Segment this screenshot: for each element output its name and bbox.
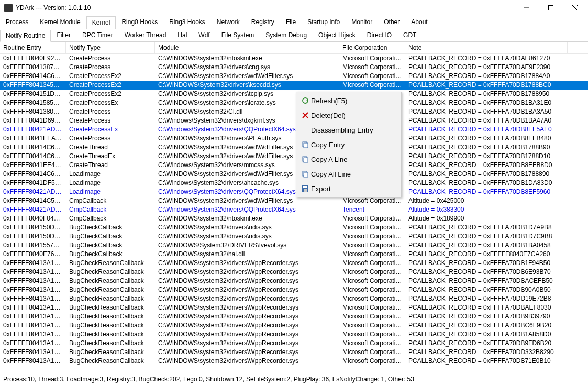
sub-tab-wdf[interactable]: Wdf: [193, 29, 215, 41]
cell-note: Altitude = 0x189900: [405, 214, 568, 223]
sub-tab-direct-io[interactable]: Direct IO: [361, 29, 397, 41]
table-row[interactable]: 0xFFFFF80413A12890BugCheckReasonCallback…: [0, 277, 588, 285]
minimize-button[interactable]: [515, 0, 539, 16]
col-note[interactable]: Note: [405, 42, 568, 53]
cell-entry: 0xFFFFF8041585D930: [0, 98, 66, 107]
sub-tab-object-hijack[interactable]: Object Hijack: [313, 29, 361, 41]
cell-entry: 0xFFFFF80413A12890: [0, 303, 66, 312]
table-row[interactable]: 0xFFFFF8041557B4E0BugCheckCallbackC:\WIN…: [0, 241, 588, 250]
menu-item-copy-entry[interactable]: Copy Entry: [297, 137, 400, 152]
cell-entry: 0xFFFFF80413877220: [0, 63, 66, 72]
main-tab-other[interactable]: Other: [378, 16, 405, 29]
cell-note: PCALLBACK_RECORD = 0xFFFFA70DB1BA0458: [405, 241, 568, 250]
main-tab-registry[interactable]: Registry: [246, 16, 280, 29]
sub-tab-notify-routine[interactable]: Notify Routine: [0, 30, 51, 42]
table-row[interactable]: 0xFFFFF8040E760BC0BugCheckCallbackC:\WIN…: [0, 250, 588, 259]
menu-item-label: Delete(Del): [311, 112, 346, 119]
cell-entry: 0xFFFFF80413A12890: [0, 312, 66, 321]
table-row[interactable]: 0xFFFFF80421AD618CLoadImageC:\Windows\Sy…: [0, 188, 588, 196]
sub-tab-dpc-timer[interactable]: DPC Timer: [76, 29, 119, 41]
cell-module: C:\WINDOWS\system32\ntoskrnl.exe: [155, 54, 339, 63]
table-row[interactable]: 0xFFFFF80413A12890BugCheckReasonCallback…: [0, 348, 588, 357]
table-row[interactable]: 0xFFFFF80413A12890BugCheckReasonCallback…: [0, 268, 588, 277]
table-row[interactable]: 0xFFFFF80421AD601CCreateProcessExC:\Wind…: [0, 125, 588, 134]
menu-item-refresh-f5-[interactable]: Refresh(F5): [297, 93, 400, 108]
main-tab-ring0-hooks[interactable]: Ring0 Hooks: [116, 16, 163, 29]
cell-module: C:\WINDOWS\system32\drivers\WppRecorder.…: [155, 339, 339, 348]
sub-tab-gdt[interactable]: GDT: [397, 29, 422, 41]
cell-type: BugCheckReasonCallback: [66, 277, 155, 285]
cell-module: C:\WINDOWS\system32\drivers\WppRecorder.…: [155, 348, 339, 357]
col-module[interactable]: Module: [155, 42, 339, 53]
table-row[interactable]: 0xFFFFF8041DF5B210LoadImageC:\Windows\Sy…: [0, 179, 588, 188]
menu-item-export[interactable]: Export: [297, 181, 400, 196]
table-row[interactable]: 0xFFFFF8041EEA3FC0CreateProcessC:\WINDOW…: [0, 134, 588, 143]
sub-tab-worker-thread[interactable]: Worker Thread: [119, 29, 172, 41]
cell-type: CmpCallback: [66, 205, 155, 214]
cell-module: C:\WINDOWS\system32\drivers\ndis.sys: [155, 232, 339, 241]
cell-type: CreateProcessEx2: [66, 81, 155, 90]
table-row[interactable]: 0xFFFFF80413877220CreateProcessC:\WINDOW…: [0, 63, 588, 72]
table-row[interactable]: 0xFFFFF80421AD61ECCmpCallbackC:\Windows\…: [0, 205, 588, 214]
table-row[interactable]: 0xFFFFF80413A12890BugCheckReasonCallback…: [0, 303, 588, 312]
table-row[interactable]: 0xFFFFF80413A12830BugCheckReasonCallback…: [0, 294, 588, 303]
table-row[interactable]: 0xFFFFF8041585D930CreateProcessExC:\WIND…: [0, 98, 588, 107]
cell-entry: 0xFFFFF804151DD9F0: [0, 90, 66, 98]
table-row[interactable]: 0xFFFFF8041345B420CreateProcessEx2C:\WIN…: [0, 81, 588, 90]
col-file-corporation[interactable]: File Corporation: [339, 42, 405, 53]
table-row[interactable]: 0xFFFFF80413A12890BugCheckReasonCallback…: [0, 321, 588, 330]
table-row[interactable]: 0xFFFFF80414C6E3C0CreateThreadC:\WINDOWS…: [0, 143, 588, 152]
table-row[interactable]: 0xFFFFF80413A12890BugCheckReasonCallback…: [0, 357, 588, 366]
main-tab-process[interactable]: Process: [0, 16, 34, 29]
maximize-button[interactable]: [539, 0, 563, 16]
cell-entry: 0xFFFFF8041EEA3FC0: [0, 134, 66, 143]
cell-entry: 0xFFFFF804150DCB50: [0, 223, 66, 232]
main-tab-kernel[interactable]: Kernel: [86, 16, 116, 29]
cell-type: BugCheckReasonCallback: [66, 294, 155, 303]
main-tab-file[interactable]: File: [280, 16, 302, 29]
cell-note: PCALLBACK_RECORD = 0xFFFFA70DB1BA47A0: [405, 116, 568, 125]
table-row[interactable]: 0xFFFFF80413A12890BugCheckReasonCallback…: [0, 259, 588, 268]
table-row[interactable]: 0xFFFFF804150DCB50BugCheckCallbackC:\WIN…: [0, 232, 588, 241]
close-button[interactable]: [563, 0, 587, 16]
svg-rect-1: [549, 6, 553, 10]
menu-item-disassembling-entry[interactable]: Disassembling Entry: [297, 123, 400, 137]
cell-note: PCALLBACK_RECORD = 0xFFFFA70DB1A858D0: [405, 330, 568, 339]
col-notify-type[interactable]: Notify Type: [66, 42, 155, 53]
main-tab-about[interactable]: About: [405, 16, 433, 29]
table-row[interactable]: 0xFFFFF8041EE41060CreateThreadC:\Windows…: [0, 161, 588, 170]
table-row[interactable]: 0xFFFFF8040F0438E0CmpCallbackC:\WINDOWS\…: [0, 214, 588, 223]
cell-note: PCALLBACK_RECORD = 0xFFFFA70DB1D7A9B8: [405, 223, 568, 232]
table-row[interactable]: 0xFFFFF80413A12890BugCheckReasonCallback…: [0, 339, 588, 348]
sub-tab-hal[interactable]: Hal: [172, 29, 193, 41]
menu-item-delete-del-[interactable]: Delete(Del): [297, 108, 400, 123]
table-row[interactable]: 0xFFFFF80414C6D7F0LoadImageC:\WINDOWS\sy…: [0, 170, 588, 179]
sub-tab-system-debug[interactable]: System Debug: [260, 29, 313, 41]
table-row[interactable]: 0xFFFFF80413A12890BugCheckReasonCallback…: [0, 312, 588, 321]
menu-item-copy-a-line[interactable]: Copy A Line: [297, 152, 400, 167]
sub-tab-file-system[interactable]: File System: [216, 29, 260, 41]
table-row[interactable]: 0xFFFFF8041D696AA0CreateProcessC:\Window…: [0, 116, 588, 125]
table-row[interactable]: 0xFFFFF804150DCB50BugCheckCallbackC:\WIN…: [0, 223, 588, 232]
main-tab-kernel-module[interactable]: Kernel Module: [34, 16, 86, 29]
table-row[interactable]: 0xFFFFF8040E921670CreateProcessC:\WINDOW…: [0, 54, 588, 63]
col-routine-entry[interactable]: Routine Entry: [0, 42, 66, 53]
table-row[interactable]: 0xFFFFF80414C6E1A0CreateThreadExC:\WINDO…: [0, 152, 588, 161]
cell-corp: Microsoft Corporation: [339, 312, 405, 321]
table-row[interactable]: 0xFFFFF804138054D0CreateProcessC:\WINDOW…: [0, 107, 588, 116]
table-row[interactable]: 0xFFFFF80413A12890BugCheckReasonCallback…: [0, 285, 588, 294]
main-tab-network[interactable]: Network: [211, 16, 246, 29]
table-row[interactable]: 0xFFFFF80414C5FF00CmpCallbackC:\WINDOWS\…: [0, 196, 588, 205]
sub-tab-filter[interactable]: Filter: [51, 29, 76, 41]
cell-type: CreateProcess: [66, 107, 155, 116]
menu-item-copy-all-line[interactable]: Copy All Line: [297, 167, 400, 181]
main-tab-startup-info[interactable]: Startup Info: [302, 16, 346, 29]
cell-module: C:\WINDOWS\System32\drivers\ksecdd.sys: [155, 81, 339, 90]
cell-note: PCALLBACK_RECORD = 0xFFFFF8040E7CA260: [405, 250, 568, 259]
table-row[interactable]: 0xFFFFF80414C6CF90CreateProcessEx2C:\WIN…: [0, 72, 588, 81]
table-row[interactable]: 0xFFFFF80413A12890BugCheckReasonCallback…: [0, 330, 588, 339]
table-row[interactable]: 0xFFFFF804151DD9F0CreateProcessEx2C:\WIN…: [0, 90, 588, 98]
cell-corp: Microsoft Corporation: [339, 348, 405, 357]
main-tab-monitor[interactable]: Monitor: [346, 16, 378, 29]
main-tab-ring3-hooks[interactable]: Ring3 Hooks: [163, 16, 211, 29]
